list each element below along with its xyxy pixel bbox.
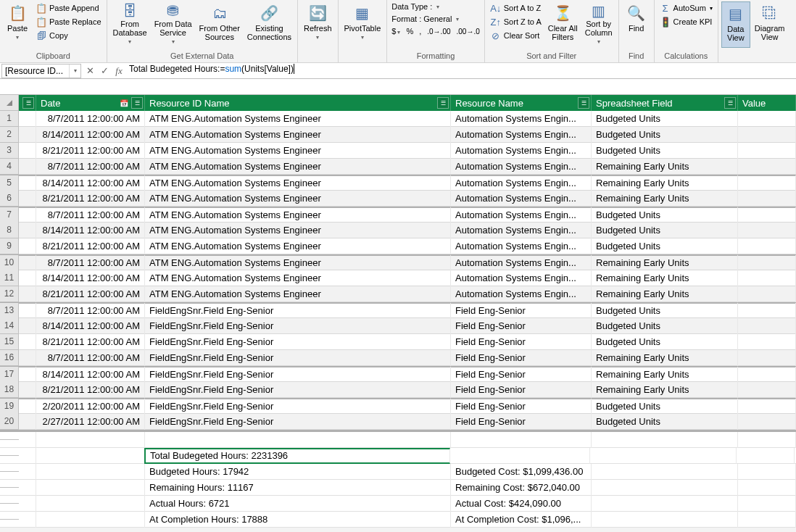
cell-date[interactable]: 2/27/2011 12:00:00 AM [36,414,145,430]
table-row[interactable]: 188/21/2011 12:00:00 AMFieldEngSnr.Field… [0,382,796,398]
cell-blank[interactable] [19,111,36,127]
cell-date[interactable]: 8/7/2011 12:00:00 AM [36,255,145,271]
cell-resource-name[interactable]: Automation Systems Engin... [451,159,592,175]
measure-completion-cost[interactable]: At Completion Cost: $1,096,... [451,512,592,528]
create-kpi-button[interactable]: 🚦Create KPI [658,15,715,28]
data-view-button[interactable]: ▤ Data View [721,1,750,48]
cell-date[interactable]: 8/21/2011 12:00:00 AM [36,191,145,207]
cell-date[interactable]: 8/7/2011 12:00:00 AM [36,111,145,127]
cell-resource-name[interactable]: Automation Systems Engin... [451,111,592,127]
cell-blank[interactable] [19,286,36,302]
from-database-button[interactable]: 🗄 From Database ▾ [110,1,150,48]
cell-date[interactable]: 8/7/2011 12:00:00 AM [36,350,145,366]
cell-value[interactable] [738,318,796,334]
cancel-formula-button[interactable]: ✕ [83,65,97,76]
cell-spreadsheet-field[interactable]: Budgeted Units [592,303,738,319]
decrease-decimal-button[interactable]: .00→.0 [457,28,480,36]
cell-value[interactable] [738,367,796,383]
existing-connections-button[interactable]: 🔗 Existing Connections [244,1,294,48]
cell-resource-name[interactable]: Automation Systems Engin... [451,270,592,286]
cell-resource-name[interactable]: Field Eng-Senior [451,399,592,415]
cell-value[interactable] [738,303,796,319]
cell-spreadsheet-field[interactable]: Budgeted Units [592,111,738,127]
table-row[interactable]: 78/7/2011 12:00:00 AMATM ENG.Automation … [0,207,796,223]
cell-resource-id[interactable]: ATM ENG.Automation Systems Engineer [145,207,451,223]
cell-blank[interactable] [19,159,36,175]
row-header[interactable]: 11 [0,270,19,286]
cell-resource-name[interactable]: Automation Systems Engin... [451,207,592,223]
cell-resource-id[interactable]: ATM ENG.Automation Systems Engineer [145,191,451,207]
cell-date[interactable]: 8/21/2011 12:00:00 AM [36,143,145,159]
cell-resource-name[interactable]: Field Eng-Senior [451,303,592,319]
cell-resource-name[interactable]: Field Eng-Senior [451,334,592,350]
header-spreadsheet-field[interactable]: Spreadsheet Field ☰ [592,95,738,111]
cell-resource-id[interactable]: ATM ENG.Automation Systems Engineer [145,175,451,191]
cell-blank[interactable] [19,350,36,366]
cell-value[interactable] [738,399,796,415]
cell-spreadsheet-field[interactable]: Budgeted Units [592,223,738,238]
row-header[interactable]: 15 [0,334,19,350]
cell-spreadsheet-field[interactable]: Remaining Early Units [592,367,738,383]
from-data-service-button[interactable]: ⛃ From Data Service ▾ [152,1,195,48]
row-header[interactable]: 20 [0,414,19,430]
filter-dropdown-icon[interactable]: ☰ [22,97,34,109]
cell-value[interactable] [738,143,796,159]
row-header[interactable]: 17 [0,367,19,383]
row-header[interactable]: 1 [0,111,19,127]
row-header[interactable]: 14 [0,318,19,334]
cell-date[interactable]: 8/14/2011 12:00:00 AM [36,270,145,286]
table-row[interactable]: 98/21/2011 12:00:00 AMATM ENG.Automation… [0,238,796,254]
cell-resource-id[interactable]: ATM ENG.Automation Systems Engineer [145,270,451,286]
cell-value[interactable] [738,286,796,302]
cell-resource-id[interactable]: ATM ENG.Automation Systems Engineer [145,238,451,254]
header-value[interactable]: Value [738,95,796,111]
fx-button[interactable]: fx [112,65,126,77]
measure-completion-hours[interactable]: At Completion Hours: 17888 [145,512,451,528]
filter-dropdown-icon[interactable]: ☰ [131,97,143,109]
row-header[interactable]: 16 [0,350,19,366]
row-header[interactable]: 5 [0,175,19,191]
cell-spreadsheet-field[interactable]: Budgeted Units [592,143,738,159]
cell-value[interactable] [738,255,796,271]
cell-resource-id[interactable]: FieldEngSnr.Field Eng-Senior [145,367,451,383]
cell-resource-id[interactable]: ATM ENG.Automation Systems Engineer [145,223,451,238]
cell-resource-name[interactable]: Automation Systems Engin... [451,223,592,238]
cell-spreadsheet-field[interactable]: Budgeted Units [592,238,738,254]
row-header[interactable]: 6 [0,191,19,207]
cell-blank[interactable] [19,414,36,430]
formula-input[interactable]: Total Budegeted Hours:=sum(Units[Value]) [126,64,796,78]
row-header[interactable]: 13 [0,303,19,319]
cell-date[interactable]: 8/14/2011 12:00:00 AM [36,367,145,383]
format-dropdown[interactable]: Format : General ▾ [390,14,481,24]
cell-value[interactable] [738,127,796,143]
cell-spreadsheet-field[interactable]: Remaining Early Units [592,191,738,207]
cell-spreadsheet-field[interactable]: Remaining Early Units [592,159,738,175]
cell-blank[interactable] [19,207,36,223]
from-other-sources-button[interactable]: 🗂 From Other Sources [196,1,243,48]
paste-button[interactable]: 📋 Paste ▾ [3,1,32,48]
cell-spreadsheet-field[interactable]: Remaining Early Units [592,382,738,398]
table-row[interactable]: 18/7/2011 12:00:00 AMATM ENG.Automation … [0,111,796,127]
cell-spreadsheet-field[interactable]: Remaining Early Units [592,286,738,302]
sort-by-column-button[interactable]: ▥ Sort by Column ▾ [582,1,615,48]
table-row[interactable]: 88/14/2011 12:00:00 AMATM ENG.Automation… [0,223,796,238]
cell-resource-name[interactable]: Automation Systems Engin... [451,255,592,271]
cell-date[interactable]: 8/7/2011 12:00:00 AM [36,159,145,175]
row-header[interactable]: 4 [0,159,19,175]
table-row[interactable]: 58/14/2011 12:00:00 AMATM ENG.Automation… [0,175,796,191]
cell-resource-id[interactable]: FieldEngSnr.Field Eng-Senior [145,303,451,319]
cell-blank[interactable] [19,191,36,207]
header-blank[interactable]: ☰ [19,95,36,111]
cell-date[interactable]: 8/7/2011 12:00:00 AM [36,303,145,319]
cell-resource-id[interactable]: FieldEngSnr.Field Eng-Senior [145,399,451,415]
row-header[interactable]: 7 [0,207,19,223]
cell-blank[interactable] [19,367,36,383]
row-header[interactable]: 9 [0,238,19,254]
find-button[interactable]: 🔍 Find [622,1,651,48]
currency-button[interactable]: $▾ [391,27,400,36]
table-row[interactable]: 192/20/2011 12:00:00 AMFieldEngSnr.Field… [0,398,796,414]
cell-spreadsheet-field[interactable]: Remaining Early Units [592,350,738,366]
row-header[interactable]: 12 [0,286,19,302]
table-row[interactable]: 158/21/2011 12:00:00 AMFieldEngSnr.Field… [0,334,796,350]
row-header[interactable]: 3 [0,143,19,159]
